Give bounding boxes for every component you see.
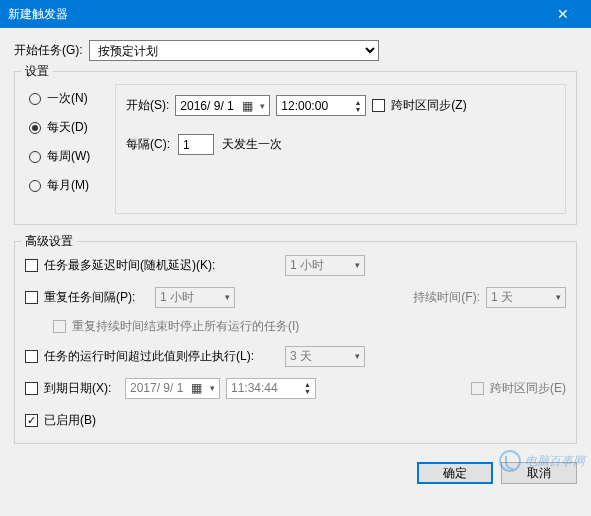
stop-after-repeat-checkbox xyxy=(53,320,66,333)
repeat-checkbox[interactable] xyxy=(25,291,38,304)
interval-label: 每隔(C): xyxy=(126,136,170,153)
expire-label: 到期日期(X): xyxy=(44,380,111,397)
delay-combo: 1 小时 ▾ xyxy=(285,255,365,276)
chevron-down-icon[interactable]: ▾ xyxy=(260,101,265,111)
enabled-checkbox[interactable] xyxy=(25,414,38,427)
radio-once-label: 一次(N) xyxy=(47,90,88,107)
settings-group: 设置 一次(N) 每天(D) 每周(W) 每月(M) xyxy=(14,71,577,225)
close-button[interactable]: ✕ xyxy=(543,0,583,28)
radio-weekly[interactable]: 每周(W) xyxy=(29,148,99,165)
expire-sync-label: 跨时区同步(E) xyxy=(490,380,566,397)
sync-timezone-label: 跨时区同步(Z) xyxy=(391,97,466,114)
chevron-down-icon: ▾ xyxy=(225,292,230,302)
stop-if-combo: 3 天 ▾ xyxy=(285,346,365,367)
expire-time-input: 11:34:44 ▲▼ xyxy=(226,378,316,399)
repeat-interval-combo: 1 小时 ▾ xyxy=(155,287,235,308)
start-date-input[interactable]: 2016/ 9/ 1 ▦ ▾ xyxy=(175,95,270,116)
radio-icon xyxy=(29,93,41,105)
titlebar: 新建触发器 ✕ xyxy=(0,0,591,28)
stop-if-value: 3 天 xyxy=(290,348,312,365)
duration-combo: 1 天 ▾ xyxy=(486,287,566,308)
button-bar: 确定 取消 xyxy=(0,454,591,496)
settings-legend: 设置 xyxy=(21,63,53,80)
interval-input[interactable] xyxy=(178,134,214,155)
expire-checkbox[interactable] xyxy=(25,382,38,395)
start-time-value: 12:00:00 xyxy=(281,99,352,113)
calendar-icon[interactable]: ▦ xyxy=(240,99,254,113)
schedule-panel: 开始(S): 2016/ 9/ 1 ▦ ▾ 12:00:00 ▲▼ 跨时区同步(… xyxy=(115,84,566,214)
radio-once[interactable]: 一次(N) xyxy=(29,90,99,107)
delay-value: 1 小时 xyxy=(290,257,324,274)
stop-if-label: 任务的运行时间超过此值则停止执行(L): xyxy=(44,348,254,365)
radio-daily[interactable]: 每天(D) xyxy=(29,119,99,136)
window-title: 新建触发器 xyxy=(8,6,543,23)
time-spinner[interactable]: ▲▼ xyxy=(354,99,361,113)
sync-timezone-checkbox[interactable] xyxy=(372,99,385,112)
cancel-button[interactable]: 取消 xyxy=(501,462,577,484)
calendar-icon: ▦ xyxy=(190,381,204,395)
dialog-body: 开始任务(G): 按预定计划 设置 一次(N) 每天(D) 每周(W) xyxy=(0,28,591,454)
begin-task-label: 开始任务(G): xyxy=(14,42,83,59)
expire-sync-checkbox xyxy=(471,382,484,395)
advanced-legend: 高级设置 xyxy=(21,233,77,250)
radio-monthly-label: 每月(M) xyxy=(47,177,89,194)
time-spinner: ▲▼ xyxy=(304,381,311,395)
enabled-label: 已启用(B) xyxy=(44,412,96,429)
radio-weekly-label: 每周(W) xyxy=(47,148,90,165)
begin-task-row: 开始任务(G): 按预定计划 xyxy=(14,40,577,61)
stop-after-repeat-row: 重复持续时间结束时停止所有运行的任务(I) xyxy=(53,318,566,335)
repeat-interval-value: 1 小时 xyxy=(160,289,194,306)
delay-checkbox[interactable] xyxy=(25,259,38,272)
advanced-group: 高级设置 任务最多延迟时间(随机延迟)(K): 1 小时 ▾ 重复任务间隔(P)… xyxy=(14,241,577,444)
duration-value: 1 天 xyxy=(491,289,513,306)
radio-icon xyxy=(29,122,41,134)
chevron-down-icon: ▾ xyxy=(556,292,561,302)
start-date-value: 2016/ 9/ 1 xyxy=(180,99,233,113)
delay-label: 任务最多延迟时间(随机延迟)(K): xyxy=(44,257,215,274)
frequency-column: 一次(N) 每天(D) 每周(W) 每月(M) xyxy=(25,84,103,214)
interval-unit: 天发生一次 xyxy=(222,136,282,153)
stop-after-repeat-label: 重复持续时间结束时停止所有运行的任务(I) xyxy=(72,318,299,335)
chevron-down-icon: ▾ xyxy=(355,260,360,270)
expire-date-value: 2017/ 9/ 1 xyxy=(130,381,183,395)
radio-icon xyxy=(29,180,41,192)
start-label: 开始(S): xyxy=(126,97,169,114)
ok-button[interactable]: 确定 xyxy=(417,462,493,484)
chevron-down-icon: ▾ xyxy=(355,351,360,361)
radio-daily-label: 每天(D) xyxy=(47,119,88,136)
expire-time-value: 11:34:44 xyxy=(231,381,302,395)
duration-label: 持续时间(F): xyxy=(413,289,480,306)
radio-monthly[interactable]: 每月(M) xyxy=(29,177,99,194)
stop-if-checkbox[interactable] xyxy=(25,350,38,363)
repeat-label: 重复任务间隔(P): xyxy=(44,289,135,306)
expire-date-input: 2017/ 9/ 1 ▦ ▾ xyxy=(125,378,220,399)
begin-task-select[interactable]: 按预定计划 xyxy=(89,40,379,61)
chevron-down-icon: ▾ xyxy=(210,383,215,393)
start-time-input[interactable]: 12:00:00 ▲▼ xyxy=(276,95,366,116)
radio-icon xyxy=(29,151,41,163)
